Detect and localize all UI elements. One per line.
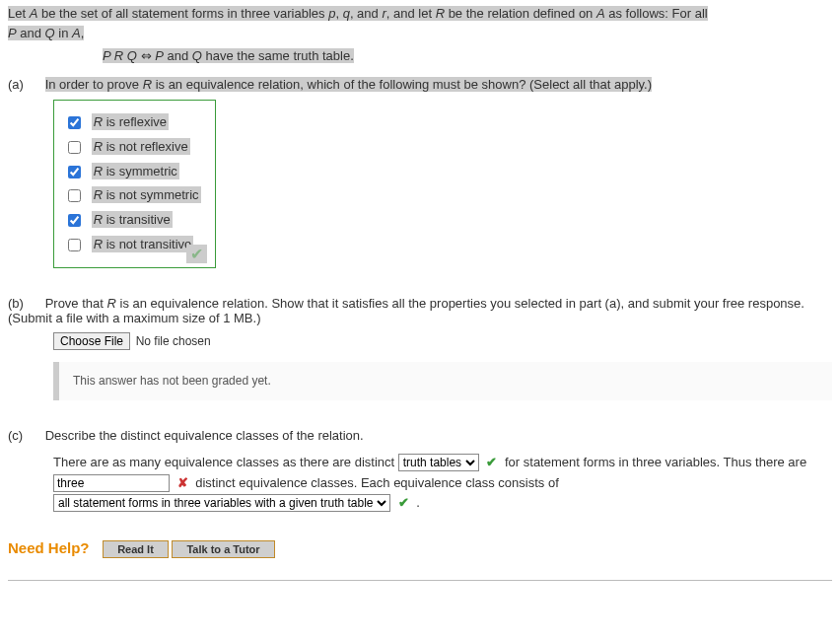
checkbox-symmetric[interactable] [68, 166, 81, 178]
problem-intro: Let A be the set of all statement forms … [8, 4, 832, 42]
need-help-label: Need Help? [8, 539, 90, 556]
check-icon: ✔ [486, 455, 497, 469]
checkbox-not-reflexive[interactable] [68, 141, 81, 154]
part-b: (b) Prove that R is an equivalence relat… [8, 296, 832, 400]
var-q: q [343, 6, 350, 21]
prq: P R Q [103, 48, 137, 63]
need-help-row: Need Help? Read It Talk to a Tutor [8, 539, 832, 558]
var-R: R [436, 6, 445, 21]
cross-icon: ✘ [177, 475, 188, 490]
checkbox-not-symmetric[interactable] [68, 189, 81, 202]
checkbox-reflexive[interactable] [68, 116, 81, 129]
no-file-text: No file chosen [136, 334, 211, 348]
checkbox-transitive[interactable] [68, 214, 81, 227]
c-text: distinct equivalence classes. Each equiv… [195, 475, 559, 490]
option-not-transitive: R is not transitive [64, 235, 201, 255]
option-not-reflexive: R is not reflexive [64, 137, 201, 158]
choose-file-button[interactable]: Choose File [53, 332, 130, 350]
select-class-description[interactable]: all statement forms in three variables w… [53, 494, 390, 512]
part-c-heading: Describe the distinct equivalence classe… [45, 428, 364, 443]
grading-status: This answer has not been graded yet. [53, 362, 832, 400]
relation-definition: P R Q ⇔ P and Q have the same truth tabl… [103, 48, 832, 63]
c-text: There are as many equivalence classes as… [53, 455, 398, 469]
part-a-options-box: R is reflexive R is not reflexive R is s… [53, 100, 216, 268]
option-reflexive: R is reflexive [64, 112, 201, 133]
option-not-symmetric: R is not symmetric [64, 185, 201, 206]
option-symmetric: R is symmetric [64, 162, 201, 182]
checkbox-not-transitive[interactable] [68, 239, 81, 251]
c-text: for statement forms in three variables. … [505, 455, 806, 469]
talk-to-tutor-button[interactable]: Talk to a Tutor [172, 540, 274, 558]
part-a: (a) In order to prove R is an equivalenc… [8, 77, 832, 268]
part-c-label: (c) [8, 428, 41, 443]
var-Q: Q [45, 26, 55, 40]
file-upload-row: Choose File No file chosen [53, 331, 832, 352]
var-P: P [8, 26, 17, 40]
check-icon: ✔ [186, 245, 207, 263]
read-it-button[interactable]: Read It [103, 540, 169, 558]
input-count[interactable] [53, 474, 170, 492]
select-truth-tables[interactable]: truth tables [398, 454, 479, 471]
divider [8, 580, 832, 581]
part-b-label: (b) [8, 296, 41, 311]
check-icon: ✔ [398, 495, 409, 510]
part-b-text: Prove that R is an equivalence relation.… [8, 296, 805, 325]
c-text: . [416, 495, 420, 510]
part-c: (c) Describe the distinct equivalence cl… [8, 428, 832, 514]
part-a-label: (a) [8, 77, 41, 92]
option-transitive: R is transitive [64, 210, 201, 231]
intro-text: Let [8, 6, 30, 21]
intro-text: be the set of all statement forms in thr… [37, 6, 328, 21]
